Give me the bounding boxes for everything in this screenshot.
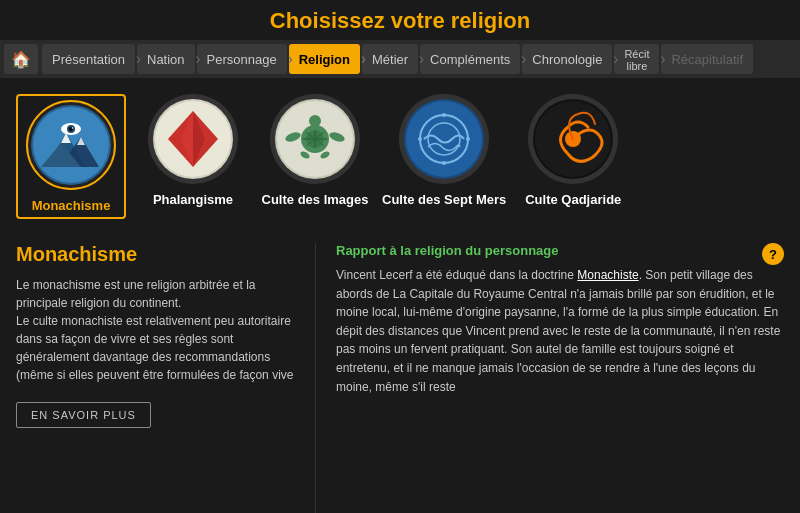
nav-item-complements[interactable]: Compléments bbox=[420, 44, 520, 74]
rapport-text: Vincent Lecerf a été éduqué dans la doct… bbox=[336, 266, 784, 396]
card-label-phalangisme: Phalangisme bbox=[153, 192, 233, 207]
left-panel: Monachisme Le monachisme est une religio… bbox=[16, 243, 316, 513]
religion-card-phalangisme[interactable]: Phalangisme bbox=[138, 94, 248, 207]
card-icon-monachisme bbox=[26, 100, 116, 190]
nav-item-nation[interactable]: Nation bbox=[137, 44, 195, 74]
card-icon-culte-qadjaride bbox=[528, 94, 618, 184]
page-header: Choisissez votre religion bbox=[0, 0, 800, 40]
en-savoir-plus-button[interactable]: EN SAVOIR PLUS bbox=[16, 402, 151, 428]
bottom-section: Monachisme Le monachisme est une religio… bbox=[0, 231, 800, 513]
left-panel-title: Monachisme bbox=[16, 243, 295, 266]
svg-point-33 bbox=[442, 113, 446, 117]
svg-point-10 bbox=[72, 127, 74, 129]
nav-item-chronologie[interactable]: Chronologie bbox=[522, 44, 612, 74]
card-icon-culte-images bbox=[270, 94, 360, 184]
card-icon-culte-sept-mers bbox=[399, 94, 489, 184]
card-label-monachisme: Monachisme bbox=[32, 198, 111, 213]
svg-point-24 bbox=[309, 115, 321, 127]
highlight-monachiste[interactable]: Monachiste bbox=[577, 268, 638, 282]
nav-bar: 🏠 Présentation Nation Personnage Religio… bbox=[0, 40, 800, 78]
right-panel: ? Rapport à la religion du personnage Vi… bbox=[316, 243, 784, 513]
page-title: Choisissez votre religion bbox=[0, 8, 800, 34]
religion-card-monachisme[interactable]: Monachisme bbox=[16, 94, 126, 219]
card-icon-phalangisme bbox=[148, 94, 238, 184]
religion-card-culte-qadjaride[interactable]: Culte Qadjaride bbox=[518, 94, 628, 207]
help-button[interactable]: ? bbox=[762, 243, 784, 265]
nav-item-religion[interactable]: Religion bbox=[289, 44, 360, 74]
religion-card-culte-images[interactable]: Culte des Images bbox=[260, 94, 370, 207]
nav-item-recit-libre[interactable]: Récitlibre bbox=[614, 44, 659, 74]
left-panel-description: Le monachisme est une religion arbitrée … bbox=[16, 276, 295, 384]
religion-cards-row: Monachisme Phalangisme bbox=[0, 78, 800, 231]
religion-card-culte-sept-mers[interactable]: Culte des Sept Mers bbox=[382, 94, 506, 207]
svg-point-30 bbox=[406, 101, 482, 177]
card-label-culte-sept-mers: Culte des Sept Mers bbox=[382, 192, 506, 207]
svg-point-34 bbox=[442, 161, 446, 165]
nav-item-recapitulatif[interactable]: Récapitulatif bbox=[661, 44, 753, 74]
home-button[interactable]: 🏠 bbox=[4, 44, 38, 74]
card-label-culte-qadjaride: Culte Qadjaride bbox=[525, 192, 621, 207]
card-label-culte-images: Culte des Images bbox=[262, 192, 369, 207]
nav-item-personnage[interactable]: Personnage bbox=[197, 44, 287, 74]
rapport-title: Rapport à la religion du personnage bbox=[336, 243, 784, 258]
nav-item-presentation[interactable]: Présentation bbox=[42, 44, 135, 74]
svg-point-35 bbox=[418, 137, 422, 141]
nav-item-metier[interactable]: Métier bbox=[362, 44, 418, 74]
svg-point-36 bbox=[466, 137, 470, 141]
